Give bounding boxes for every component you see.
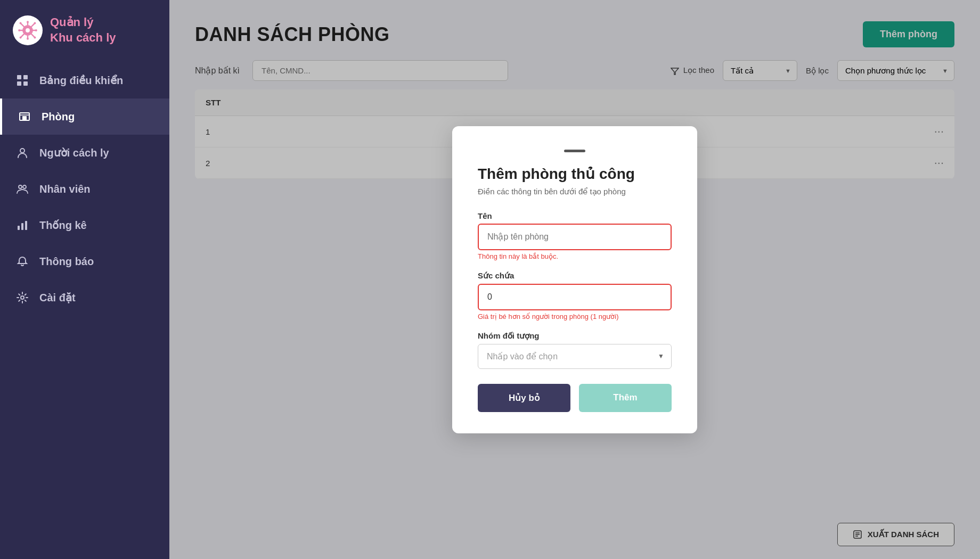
- svg-point-1: [26, 28, 30, 32]
- sidebar-item-stats[interactable]: Thống kê: [0, 207, 169, 243]
- modal-drag-handle: [564, 150, 585, 152]
- name-label: Tên: [478, 211, 672, 220]
- svg-point-9: [35, 29, 37, 31]
- sidebar-item-staff[interactable]: Nhân viên: [0, 171, 169, 207]
- sidebar-title: Quản lý Khu cách ly: [50, 15, 116, 45]
- group-select-wrapper: Nhấp vào để chọn: [478, 344, 672, 369]
- sidebar-title-bottom: Khu cách ly: [50, 30, 116, 46]
- submit-button[interactable]: Thêm: [579, 384, 672, 412]
- svg-point-15: [34, 22, 36, 24]
- svg-rect-18: [17, 75, 21, 79]
- sidebar-logo: [13, 15, 43, 45]
- svg-rect-28: [18, 226, 20, 230]
- sidebar-item-stats-label: Thống kê: [39, 219, 87, 232]
- bell-icon: [15, 254, 30, 269]
- name-input[interactable]: [478, 224, 672, 250]
- capacity-label: Sức chứa: [478, 271, 672, 281]
- modal-subtitle: Điền các thông tin bên dưới để tạo phòng: [478, 187, 672, 196]
- sidebar-nav: Bảng điều khiển Phòng Người cách ly Nhân…: [0, 62, 169, 316]
- virus-icon: [18, 20, 38, 40]
- room-icon: [17, 109, 32, 124]
- sidebar-item-settings-label: Cài đặt: [39, 291, 76, 304]
- svg-rect-20: [17, 81, 21, 86]
- sidebar-item-quarantine[interactable]: Người cách ly: [0, 135, 169, 171]
- svg-point-11: [20, 22, 22, 24]
- svg-line-14: [31, 23, 34, 26]
- sidebar: Quản lý Khu cách ly Bảng điều khiển Phòn…: [0, 0, 169, 559]
- svg-point-5: [27, 37, 29, 39]
- svg-rect-21: [23, 81, 28, 86]
- modal-overlay[interactable]: Thêm phòng thủ công Điền các thông tin b…: [169, 0, 980, 559]
- capacity-error: Giá trị bé hơn số người trong phòng (1 n…: [478, 313, 672, 320]
- field-group: Nhóm đối tượng Nhấp vào để chọn: [478, 331, 672, 369]
- sidebar-item-notifications-label: Thông báo: [39, 256, 94, 268]
- svg-line-10: [21, 23, 24, 26]
- name-error: Thông tin này là bắt buộc.: [478, 252, 672, 260]
- sidebar-item-dashboard[interactable]: Bảng điều khiển: [0, 62, 169, 98]
- svg-point-13: [34, 36, 36, 38]
- sidebar-item-rooms[interactable]: Phòng: [0, 98, 169, 135]
- svg-point-27: [23, 185, 26, 188]
- svg-rect-19: [23, 75, 28, 79]
- sidebar-title-top: Quản lý: [50, 15, 116, 30]
- capacity-input[interactable]: [478, 284, 672, 310]
- modal-actions: Hủy bỏ Thêm: [478, 384, 672, 412]
- sidebar-item-dashboard-label: Bảng điều khiển: [39, 74, 123, 87]
- sidebar-item-quarantine-label: Người cách ly: [39, 146, 109, 159]
- field-capacity: Sức chứa Giá trị bé hơn số người trong p…: [478, 271, 672, 320]
- svg-point-17: [20, 36, 22, 38]
- svg-rect-30: [25, 221, 27, 230]
- svg-point-25: [20, 149, 24, 153]
- staff-icon: [15, 182, 30, 196]
- svg-point-26: [19, 185, 22, 188]
- main-content: DANH SÁCH PHÒNG Thêm phòng Nhập bất kì L…: [169, 0, 980, 559]
- modal-title: Thêm phòng thủ công: [478, 165, 672, 183]
- group-label: Nhóm đối tượng: [478, 331, 672, 341]
- sidebar-item-settings[interactable]: Cài đặt: [0, 280, 169, 316]
- gear-icon: [15, 290, 30, 305]
- person-icon: [15, 145, 30, 160]
- svg-rect-23: [22, 116, 27, 120]
- sidebar-item-rooms-label: Phòng: [42, 111, 75, 123]
- add-room-modal: Thêm phòng thủ công Điền các thông tin b…: [452, 126, 697, 433]
- grid-icon: [15, 73, 30, 88]
- chart-icon: [15, 218, 30, 233]
- cancel-button[interactable]: Hủy bỏ: [478, 384, 570, 412]
- group-select[interactable]: Nhấp vào để chọn: [478, 344, 672, 369]
- svg-line-16: [21, 34, 24, 37]
- svg-point-7: [18, 29, 20, 31]
- svg-rect-29: [21, 223, 23, 230]
- sidebar-item-notifications[interactable]: Thông báo: [0, 243, 169, 280]
- svg-point-31: [21, 296, 24, 299]
- sidebar-header: Quản lý Khu cách ly: [0, 0, 169, 58]
- field-name: Tên Thông tin này là bắt buộc.: [478, 211, 672, 260]
- sidebar-item-staff-label: Nhân viên: [39, 183, 91, 195]
- svg-point-3: [27, 21, 29, 23]
- svg-line-12: [31, 34, 34, 37]
